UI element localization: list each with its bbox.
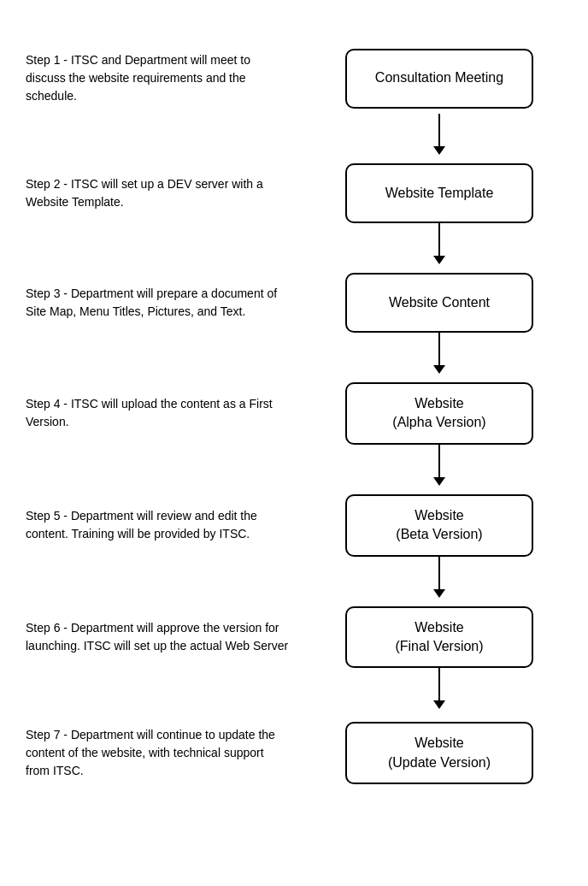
arrow-col-6 — [308, 668, 571, 718]
arrow-down-6 — [438, 668, 440, 702]
flow-row-7: Step 7 - Department will continue to upd… — [17, 718, 571, 789]
box-col-2: Website Template — [308, 163, 571, 223]
arrow-col-3 — [308, 333, 571, 382]
arrow-col-4 — [308, 445, 571, 494]
step-3-text: Step 3 - Department will prepare a docum… — [17, 276, 308, 329]
arrow-row-2 — [17, 223, 571, 273]
arrow-down-5 — [438, 557, 440, 591]
box-col-1: Consultation Meeting — [308, 49, 571, 109]
box-col-4: Website(Alpha Version) — [308, 382, 571, 445]
arrow-5 — [438, 557, 440, 606]
box-col-7: Website(Update Version) — [308, 722, 571, 784]
arrow-4 — [438, 445, 440, 494]
flow-box-2: Website Template — [345, 163, 533, 223]
step-1-text: Step 1 - ITSC and Department will meet t… — [17, 43, 308, 114]
arrow-down-3 — [438, 333, 440, 367]
arrow-6 — [438, 668, 440, 718]
arrow-row-4 — [17, 445, 571, 494]
arrow-down-1 — [438, 114, 440, 148]
step-6-text: Step 6 - Department will approve the ver… — [17, 611, 308, 664]
arrow-row-3 — [17, 333, 571, 382]
arrow-down-2 — [438, 223, 440, 257]
box-col-6: Website(Final Version) — [308, 606, 571, 669]
arrow-col-2 — [308, 223, 571, 273]
flow-row-5: Step 5 - Department will review and edit… — [17, 494, 571, 557]
arrow-row-6 — [17, 668, 571, 718]
flow-row-2: Step 2 - ITSC will set up a DEV server w… — [17, 163, 571, 223]
flow-box-5: Website(Beta Version) — [345, 494, 533, 557]
step-7-text: Step 7 - Department will continue to upd… — [17, 718, 308, 789]
box-col-3: Website Content — [308, 273, 571, 333]
arrow-2 — [438, 223, 440, 273]
flow-box-1: Consultation Meeting — [345, 49, 533, 109]
step-4-text: Step 4 - ITSC will upload the content as… — [17, 387, 308, 440]
arrow-row-5 — [17, 557, 571, 606]
step-2-text: Step 2 - ITSC will set up a DEV server w… — [17, 167, 308, 220]
arrow-down-4 — [438, 445, 440, 479]
arrow-3 — [438, 333, 440, 382]
flow-row-1: Step 1 - ITSC and Department will meet t… — [17, 26, 571, 114]
flow-box-7: Website(Update Version) — [345, 722, 533, 784]
flow-box-6: Website(Final Version) — [345, 606, 533, 669]
box-col-5: Website(Beta Version) — [308, 494, 571, 557]
arrow-1 — [438, 114, 440, 163]
flow-row-4: Step 4 - ITSC will upload the content as… — [17, 382, 571, 445]
step-5-text: Step 5 - Department will review and edit… — [17, 499, 308, 552]
arrow-col-5 — [308, 557, 571, 606]
flow-box-3: Website Content — [345, 273, 533, 333]
page-container: Step 1 - ITSC and Department will meet t… — [0, 0, 588, 886]
flow-box-4: Website(Alpha Version) — [345, 382, 533, 445]
flow-row-6: Step 6 - Department will approve the ver… — [17, 606, 571, 669]
arrow-row-1 — [17, 114, 571, 163]
flow-row-3: Step 3 - Department will prepare a docum… — [17, 273, 571, 333]
arrow-col-1 — [308, 114, 571, 163]
